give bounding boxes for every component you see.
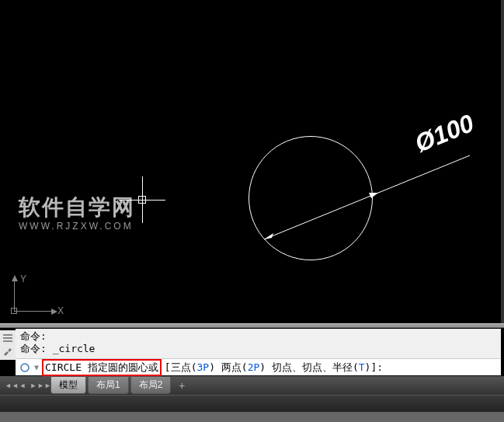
drawing-canvas[interactable]: 软件自学网 WWW.RJZXW.COM Y X Ø100 [0, 0, 504, 325]
watermark-url: WWW.RJZXW.COM [19, 221, 135, 232]
svg-line-0 [264, 155, 470, 239]
panel-resize-handle[interactable] [0, 323, 504, 328]
tab-layout1[interactable]: 布局1 [88, 377, 129, 394]
crosshair-pickbox [138, 196, 146, 204]
svg-point-6 [21, 364, 29, 371]
ucs-x-label: X [57, 305, 64, 316]
tab-nav-first-icon[interactable]: ◄◄ [6, 379, 17, 392]
tab-layout2[interactable]: 布局2 [130, 377, 172, 394]
command-history-icon[interactable] [2, 332, 14, 344]
layout-tabs-bar: ◄◄ ◄ ► ►► 模型 布局1 布局2 + [0, 376, 504, 395]
history-line-2: 命令: _circle [20, 343, 496, 355]
watermark: 软件自学网 WWW.RJZXW.COM [19, 193, 135, 232]
command-history[interactable]: 命令: 命令: _circle [16, 329, 501, 358]
dimension-line[interactable] [249, 146, 481, 247]
command-options: [三点(3P) 两点(2P) 切点、切点、半径(T)]: [165, 361, 383, 375]
svg-rect-3 [3, 334, 12, 336]
svg-marker-2 [369, 193, 378, 198]
tab-model[interactable]: 模型 [50, 377, 86, 394]
tab-nav-last-icon[interactable]: ►► [39, 379, 50, 392]
command-window-toolbar [0, 330, 16, 360]
svg-rect-4 [3, 337, 12, 339]
ucs-icon: Y X [14, 276, 61, 323]
history-line-1: 命令: [20, 330, 496, 343]
chevron-down-icon[interactable]: ▼ [34, 363, 39, 371]
tab-add-button[interactable]: + [175, 379, 189, 392]
command-settings-icon[interactable] [2, 346, 14, 358]
command-prompt-highlight: CIRCLE 指定圆的圆心或 [42, 359, 162, 376]
watermark-title: 软件自学网 [19, 193, 135, 222]
svg-rect-5 [3, 340, 12, 342]
ucs-y-label: Y [20, 274, 26, 284]
circle-command-icon [19, 361, 31, 374]
bottom-drag-area [0, 412, 504, 422]
command-input-line[interactable]: ▼ CIRCLE 指定圆的圆心或 [三点(3P) 两点(2P) 切点、切点、半径… [16, 358, 501, 375]
vertical-scrollbar[interactable] [501, 0, 504, 325]
status-bar [0, 395, 504, 412]
tab-nav-prev-icon[interactable]: ◄ [17, 379, 28, 392]
command-prompt: CIRCLE 指定圆的圆心或 [45, 361, 158, 373]
